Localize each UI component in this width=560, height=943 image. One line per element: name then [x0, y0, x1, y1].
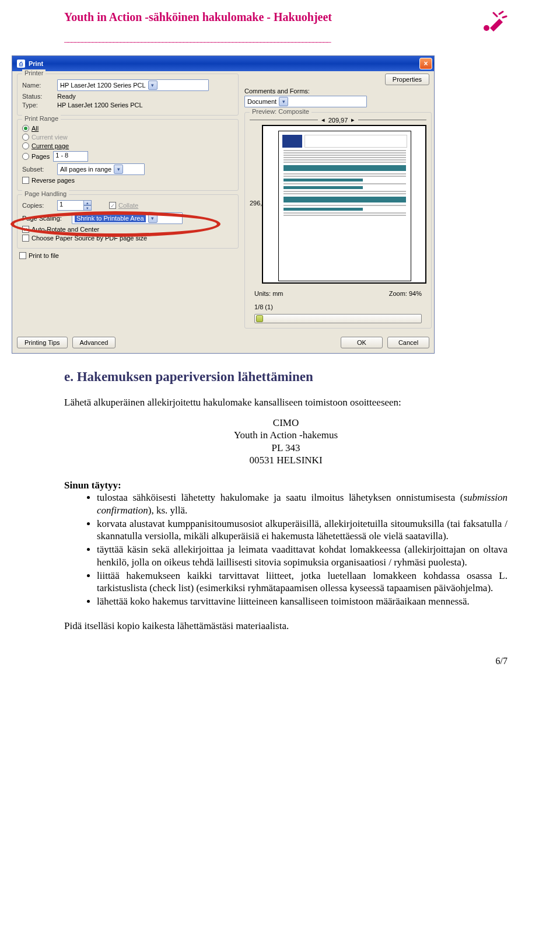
properties-button[interactable]: Properties — [385, 74, 429, 85]
zoom-value: 94% — [409, 290, 422, 297]
printer-group: Printer Name: HP LaserJet 1200 Series PC… — [17, 74, 239, 116]
list-item: lähettää koko hakemus tarvittavine liitt… — [97, 595, 508, 607]
type-label: Type: — [22, 102, 57, 109]
comments-select[interactable]: Document ▾ — [244, 96, 367, 107]
page-number: 6/7 — [64, 655, 508, 667]
preview-width: 209,97 — [328, 117, 348, 124]
advanced-button[interactable]: Advanced — [72, 337, 116, 348]
list-item: tulostaa sähköisesti lähetetty hakulomak… — [97, 491, 508, 516]
comments-value: Document — [247, 98, 276, 105]
copies-stepper[interactable]: ▴▾ — [83, 200, 92, 211]
document-header: Youth in Action -sähköinen hakulomake - … — [0, 0, 560, 44]
status-label: Status: — [22, 93, 57, 100]
intro-text: Lähetä alkuperäinen allekirjoitettu haku… — [64, 396, 508, 408]
print-to-file-label: Print to file — [29, 252, 59, 259]
pages-input[interactable]: 1 - 8 — [53, 151, 88, 162]
list-item: liittää hakemukseen kaikki tarvittavat l… — [97, 570, 508, 595]
subset-label: Subset: — [22, 166, 57, 173]
dialog-titlebar: ⎙ Print × — [12, 56, 434, 71]
units-value: mm — [272, 290, 283, 297]
scaling-label: Page Scaling: — [22, 215, 72, 222]
group-legend: Print Range — [22, 115, 61, 122]
status-value: Ready — [57, 93, 76, 100]
collate-label: Collate — [118, 202, 138, 209]
type-value: HP LaserJet 1200 Series PCL — [57, 102, 143, 109]
slider-thumb[interactable] — [256, 315, 263, 322]
opt-pages: Pages — [32, 153, 50, 160]
li-text: ), ks. yllä. — [148, 505, 188, 516]
comments-label: Comments and Forms: — [244, 88, 310, 95]
document-body: e. Hakemuksen paperiversion lähettäminen… — [0, 354, 560, 690]
page-scaling-select[interactable]: Shrink to Printable Area ▾ — [72, 212, 183, 224]
chevron-down-icon: ▾ — [148, 214, 158, 223]
name-label: Name: — [22, 82, 57, 89]
closing-text: Pidä itselläsi kopio kaikesta lähettämäs… — [64, 620, 508, 632]
requirements-list: tulostaa sähköisesti lähetetty hakulomak… — [64, 491, 508, 607]
cancel-button[interactable]: Cancel — [387, 337, 429, 348]
opt-current-view: Current view — [32, 134, 68, 141]
collate-check[interactable]: ✓ — [109, 202, 116, 209]
page-indicator: 1/8 (1) — [254, 303, 422, 310]
scaling-value: Shrink to Printable Area — [75, 214, 146, 222]
radio-current-view[interactable] — [22, 134, 29, 141]
subset-value: All pages in range — [60, 166, 111, 173]
printer-name-value: HP LaserJet 1200 Series PCL — [60, 82, 146, 89]
radio-pages[interactable] — [22, 153, 29, 160]
chevron-down-icon: ▾ — [279, 97, 288, 106]
address-block: CIMO Youth in Action -hakemus PL 343 005… — [64, 417, 508, 466]
radio-all[interactable] — [22, 125, 29, 132]
li-text: tulostaa sähköisesti lähetetty hakulomak… — [97, 492, 463, 503]
choose-paper-label: Choose Paper Source by PDF page size — [32, 235, 147, 242]
preview-legend: Preview: Composite — [250, 108, 312, 115]
subset-select[interactable]: All pages in range ▾ — [57, 163, 145, 175]
printing-tips-button[interactable]: Printing Tips — [17, 337, 68, 348]
svg-point-0 — [484, 25, 489, 31]
printer-name-select[interactable]: HP LaserJet 1200 Series PCL ▾ — [57, 79, 209, 91]
choose-paper-check[interactable] — [22, 235, 29, 242]
preview-document — [278, 131, 411, 281]
preview-frame — [262, 125, 426, 284]
group-legend: Page Handling — [22, 190, 69, 197]
preview-height: 296,97 — [250, 200, 262, 207]
print-to-file-check[interactable] — [19, 252, 26, 259]
copies-input[interactable]: 1 — [57, 200, 84, 211]
zoom-label: Zoom: — [389, 290, 407, 297]
preview-group: Preview: Composite ◂ 209,97 ▸ 296,97 — [244, 112, 432, 329]
addr-line: CIMO — [64, 417, 508, 429]
addr-line: Youth in Action -hakemus — [64, 429, 508, 441]
opt-all: All — [32, 125, 38, 132]
list-item: täyttää käsin sekä allekirjoittaa ja lei… — [97, 543, 508, 568]
reverse-label: Reverse pages — [32, 177, 75, 184]
list-item: korvata alustavat kumppanisitoumusosiot … — [97, 518, 508, 543]
section-heading: e. Hakemuksen paperiversion lähettäminen — [64, 369, 508, 386]
page-slider[interactable] — [254, 314, 422, 323]
group-legend: Printer — [22, 69, 46, 76]
printer-icon: ⎙ — [17, 60, 25, 68]
must-label: Sinun täytyy: — [64, 479, 508, 491]
dialog-title: Print — [29, 60, 43, 67]
addr-line: PL 343 — [64, 442, 508, 454]
header-underline: ________________________________________… — [64, 34, 508, 44]
chevron-down-icon: ▾ — [148, 81, 158, 90]
logo-icon — [482, 11, 508, 36]
chevron-down-icon: ▾ — [114, 165, 123, 174]
print-dialog: ⎙ Print × Printer Name: HP LaserJet 1200… — [12, 55, 435, 354]
copies-label: Copies: — [22, 202, 57, 209]
page-handling-group: Page Handling Copies: 1 ▴▾ ✓ Collate Pag… — [17, 194, 239, 249]
header-title: Youth in Action -sähköinen hakulomake - … — [64, 11, 482, 24]
ok-button[interactable]: OK — [341, 337, 383, 348]
radio-current-page[interactable] — [22, 142, 29, 149]
autorotate-label: Auto-Rotate and Center — [32, 226, 99, 233]
print-range-group: Print Range All Current view Current pag… — [17, 119, 239, 191]
autorotate-check[interactable]: ✓ — [22, 226, 29, 233]
addr-line: 00531 HELSINKI — [64, 454, 508, 466]
close-button[interactable]: × — [419, 58, 432, 69]
units-label: Units: — [254, 290, 271, 297]
reverse-check[interactable] — [22, 177, 29, 184]
opt-current-page: Current page — [32, 142, 69, 149]
